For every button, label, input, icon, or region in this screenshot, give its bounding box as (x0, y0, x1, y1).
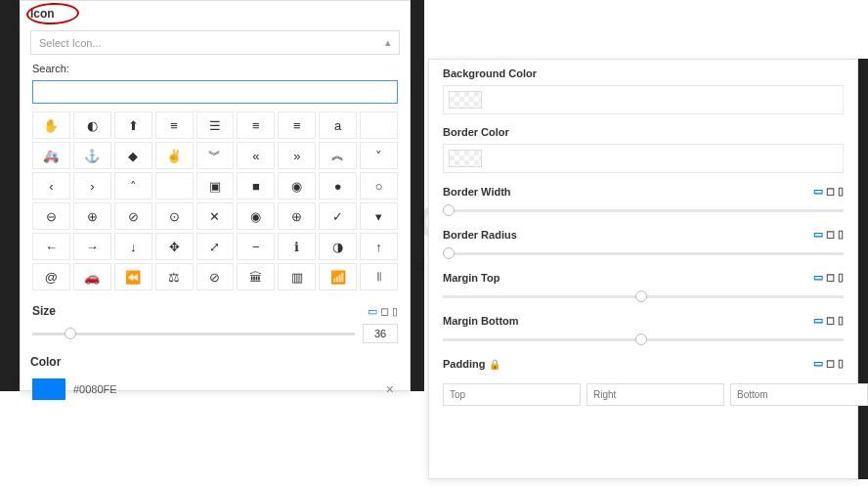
circle-down2-icon[interactable]: ⊘ (114, 202, 152, 230)
ban-icon[interactable]: ⊘ (196, 263, 235, 290)
angle-down-icon[interactable]: ˅ (360, 142, 398, 169)
bg-color-label: Background Color (443, 67, 537, 79)
style-panel: Background Color Border Color Border Wid… (428, 59, 858, 479)
responsive-controls-pad[interactable]: ▭◻▯ (813, 357, 844, 370)
desktop-icon[interactable]: ▭ (813, 228, 823, 241)
tablet-icon[interactable]: ◻ (826, 271, 835, 284)
responsive-controls-size[interactable]: ▭ ◻ ▯ (368, 305, 398, 318)
desktop-icon[interactable]: ▭ (813, 271, 823, 284)
blank-icon[interactable] (360, 111, 398, 139)
padding-right-input[interactable] (586, 383, 724, 406)
desktop-icon[interactable]: ▭ (368, 305, 377, 318)
align-right-icon[interactable]: ≡ (278, 111, 316, 139)
icon-select-dropdown[interactable]: Select Icon... ▴ (30, 30, 400, 55)
android-icon[interactable]: ◆ (114, 142, 152, 169)
anchor-icon[interactable]: ⚓ (73, 142, 111, 169)
angle-left-icon[interactable]: ‹ (32, 172, 70, 200)
color-clear-button[interactable]: × (382, 381, 398, 397)
bar-chart-icon[interactable]: ▥ (278, 263, 316, 290)
archive-icon[interactable]: ▣ (196, 172, 235, 200)
bg-color-swatch[interactable] (449, 91, 482, 109)
balance-icon[interactable]: ⚖ (155, 263, 194, 290)
color-swatch[interactable] (32, 378, 65, 400)
tablet-icon[interactable]: ◻ (826, 228, 835, 241)
car-icon[interactable]: 🚗 (73, 263, 111, 290)
expand-icon[interactable]: ⤢ (196, 233, 235, 260)
color-label: Color (21, 353, 410, 375)
align-center-icon[interactable]: ≡ (155, 111, 194, 139)
rewind-icon[interactable]: ⏪ (114, 263, 152, 290)
circle-up2-icon[interactable]: ⊙ (155, 202, 194, 230)
lock-icon[interactable]: 🔒 (489, 359, 500, 370)
desktop-icon[interactable]: ▭ (813, 357, 823, 370)
responsive-controls-mb[interactable]: ▭◻▯ (813, 314, 844, 327)
check-circle-icon[interactable]: ✓ (319, 202, 357, 230)
padding-top-input[interactable] (443, 383, 581, 406)
desktop-icon[interactable]: ▭ (813, 314, 823, 327)
at-icon[interactable]: @ (32, 263, 70, 290)
square-icon[interactable]: ■ (237, 172, 275, 200)
angle-right-icon[interactable]: › (73, 172, 111, 200)
plus-circle-icon[interactable]: ⊕ (278, 202, 316, 230)
apple-icon[interactable] (155, 172, 194, 200)
asl-icon[interactable]: ✋ (32, 111, 70, 139)
angle-double-up-icon[interactable]: ︽ (319, 142, 357, 169)
arrows-icon[interactable]: ✥ (155, 233, 194, 260)
responsive-controls-mt[interactable]: ▭◻▯ (813, 271, 844, 284)
tablet-icon[interactable]: ◻ (826, 185, 835, 198)
margin-top-slider[interactable] (443, 295, 844, 298)
circle-right-icon[interactable]: ⊕ (73, 202, 111, 230)
ring-icon[interactable]: ○ (360, 172, 398, 200)
ambulance-icon[interactable]: 🚑 (32, 142, 70, 169)
hand-peace-icon[interactable]: ✌ (155, 142, 194, 169)
info-icon[interactable]: ℹ (278, 233, 316, 260)
icon-panel: Icon Select Icon... ▴ Search: ✋◐⬆≡☰≡≡a🚑⚓… (20, 0, 411, 391)
mobile-icon[interactable]: ▯ (838, 271, 844, 284)
border-radius-slider[interactable] (443, 252, 844, 255)
cross-icon[interactable]: ✕ (196, 202, 235, 230)
mobile-icon[interactable]: ▯ (838, 185, 844, 198)
chart-icon[interactable]: ⫴ (360, 263, 398, 290)
minus-icon[interactable]: − (237, 233, 275, 260)
angle-double-left-icon[interactable]: « (237, 142, 275, 169)
size-value[interactable]: 36 (363, 324, 398, 343)
angle-up-icon[interactable]: ˄ (114, 172, 152, 200)
align-left-icon[interactable]: ≡ (237, 111, 275, 139)
padding-bottom-input[interactable] (730, 383, 868, 406)
search-input[interactable] (32, 80, 398, 104)
margin-bottom-slider[interactable] (443, 338, 844, 341)
caret-down-icon[interactable]: ▾ (360, 202, 398, 230)
angle-double-right-icon[interactable]: » (278, 142, 316, 169)
arrow-right-icon[interactable]: → (73, 233, 111, 260)
size-slider[interactable] (32, 333, 355, 335)
circle-up-icon[interactable]: ⬆ (114, 111, 152, 139)
tablet-icon[interactable]: ◻ (826, 357, 835, 370)
target-icon[interactable]: ◉ (278, 172, 316, 200)
margin-bottom-label: Margin Bottom (443, 315, 519, 327)
mobile-icon[interactable]: ▯ (838, 314, 844, 327)
responsive-controls-bw[interactable]: ▭◻▯ (813, 185, 844, 198)
dot-circle-icon[interactable]: ◉ (237, 202, 275, 230)
responsive-controls-br[interactable]: ▭◻▯ (813, 228, 844, 241)
signal-icon[interactable]: 📶 (319, 263, 357, 290)
mobile-icon[interactable]: ▯ (392, 305, 398, 318)
tablet-icon[interactable]: ◻ (380, 305, 389, 318)
desktop-icon[interactable]: ▭ (813, 185, 823, 198)
arrow-up-icon[interactable]: ↑ (360, 233, 398, 260)
contrast-icon[interactable]: ◑ (319, 233, 357, 260)
tablet-icon[interactable]: ◻ (826, 314, 835, 327)
mobile-icon[interactable]: ▯ (838, 357, 844, 370)
arrow-left-icon[interactable]: ← (32, 233, 70, 260)
arrow-down-icon[interactable]: ↓ (114, 233, 152, 260)
amazon-icon[interactable]: a (319, 111, 357, 139)
circle-left-icon[interactable]: ⊖ (32, 202, 70, 230)
circle-icon[interactable]: ● (319, 172, 357, 200)
align-justify-icon[interactable]: ☰ (196, 111, 235, 139)
border-width-slider[interactable] (443, 209, 844, 212)
border-color-swatch[interactable] (449, 150, 482, 167)
size-label: Size (32, 304, 56, 318)
adjust-icon[interactable]: ◐ (73, 111, 111, 139)
bank-icon[interactable]: 🏛 (237, 263, 275, 290)
angle-double-down-icon[interactable]: ︾ (196, 142, 235, 169)
mobile-icon[interactable]: ▯ (838, 228, 844, 241)
